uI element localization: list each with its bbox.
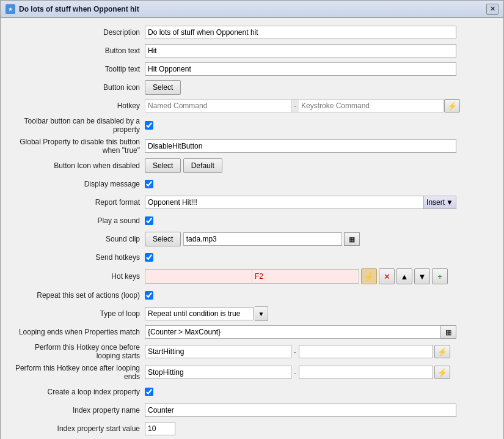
hot-keys-row: Hot keys ⚡ ✕ ▲ ▼ + [10, 268, 494, 284]
insert-button[interactable]: Insert ▼ [423, 196, 456, 209]
report-format-container: Insert ▼ [145, 196, 456, 209]
repeat-checkbox[interactable] [145, 291, 153, 300]
perform-before-container: - ⚡ [145, 345, 450, 358]
close-button[interactable]: ✕ [486, 4, 499, 15]
hotkey-add-button[interactable]: + [432, 268, 448, 284]
hotkey-left-input[interactable] [145, 270, 252, 283]
display-message-checkbox[interactable] [145, 180, 153, 188]
create-loop-index-label: Create a loop index property [10, 388, 145, 396]
perform-before-button[interactable]: ⚡ [434, 345, 450, 358]
perform-after-button[interactable]: ⚡ [434, 366, 450, 379]
description-input[interactable] [145, 26, 456, 39]
button-text-row: Button text [10, 43, 494, 58]
report-format-label: Report format [10, 198, 145, 207]
index-name-label: Index property name [10, 406, 145, 415]
hotkey-delete-button[interactable]: ✕ [379, 268, 395, 284]
sound-clip-row: Sound clip Select ▦ [10, 232, 494, 246]
toolbar-disable-checkbox[interactable] [145, 121, 153, 130]
play-sound-row: Play a sound [10, 213, 494, 228]
repeat-row: Repeat this set of actions (loop) [10, 288, 494, 303]
perform-after-right-input[interactable] [299, 366, 433, 379]
hot-keys-input-group [145, 269, 359, 284]
display-message-row: Display message [10, 177, 494, 191]
perform-before-left-input[interactable] [145, 345, 291, 358]
button-text-label: Button text [10, 46, 145, 55]
create-loop-index-checkbox[interactable] [145, 388, 153, 396]
tooltip-text-input[interactable] [145, 62, 456, 76]
hot-keys-label: Hot keys [10, 272, 145, 281]
hotkey-down-button[interactable]: ▼ [414, 268, 430, 284]
perform-before-row: Perform this Hotkey once before looping … [10, 343, 494, 360]
hotkey-row: Hotkey - ⚡ [10, 98, 494, 113]
display-message-label: Display message [10, 180, 145, 188]
looping-calc-button[interactable]: ▦ [440, 325, 456, 339]
global-property-input[interactable] [145, 139, 456, 153]
window-title: Do lots of stuff when Opponent hit [19, 5, 139, 13]
index-start-input[interactable] [145, 422, 175, 435]
button-text-input[interactable] [145, 44, 456, 57]
hotkey-up-button[interactable]: ▲ [396, 268, 412, 284]
perform-after-container: - ⚡ [145, 366, 450, 379]
sound-clip-select-button[interactable]: Select [145, 232, 181, 246]
keystroke-command-input[interactable] [299, 99, 444, 113]
play-sound-label: Play a sound [10, 216, 145, 225]
select-disabled-icon-button[interactable]: Select [145, 158, 181, 173]
looping-ends-container: ▦ [145, 325, 456, 339]
create-loop-index-row: Create a loop index property [10, 385, 494, 399]
hotkey-combined: - ⚡ [145, 99, 460, 113]
perform-after-label: Perform this Hotkey once after looping e… [10, 364, 145, 381]
loop-type-dropdown-arrow[interactable]: ▼ [255, 306, 268, 321]
hotkey-right-input[interactable] [252, 270, 359, 283]
description-label: Description [10, 28, 145, 37]
send-hotkeys-checkbox[interactable] [145, 253, 153, 262]
index-start-row: Index property start value [10, 421, 494, 436]
sound-clip-label: Sound clip [10, 235, 145, 243]
hotkey-action-button[interactable]: ⚡ [444, 99, 460, 113]
description-row: Description [10, 25, 494, 40]
perform-after-sep: - [291, 369, 299, 376]
loop-type-label: Type of loop [10, 309, 145, 318]
perform-before-label: Perform this Hotkey once before looping … [10, 343, 145, 360]
window-icon: ★ [5, 4, 15, 14]
title-bar: ★ Do lots of stuff when Opponent hit ✕ [1, 1, 503, 18]
insert-arrow: ▼ [446, 198, 453, 207]
content-area: Description Button text Tooltip text But… [1, 18, 503, 439]
report-format-input[interactable] [145, 196, 423, 209]
perform-before-sep: - [291, 348, 299, 355]
perform-after-left-input[interactable] [145, 366, 291, 379]
button-icon-disabled-row: Button Icon when disabled Select Default [10, 158, 494, 173]
loop-type-container: ▼ [145, 306, 268, 321]
default-button[interactable]: Default [183, 158, 222, 173]
looping-ends-input[interactable] [145, 325, 440, 339]
hotkey-record-button[interactable]: ⚡ [361, 268, 377, 284]
title-bar-left: ★ Do lots of stuff when Opponent hit [5, 4, 139, 14]
loop-type-input [145, 307, 254, 320]
select-icon-button[interactable]: Select [145, 80, 181, 95]
play-sound-checkbox[interactable] [145, 216, 153, 225]
perform-after-row: Perform this Hotkey once after looping e… [10, 364, 494, 381]
hot-keys-container: ⚡ ✕ ▲ ▼ + [145, 268, 448, 284]
index-name-input[interactable] [145, 404, 456, 417]
button-icon-row: Button icon Select [10, 80, 494, 95]
report-format-row: Report format Insert ▼ [10, 195, 494, 210]
button-icon-disabled-label: Button Icon when disabled [10, 161, 145, 170]
button-icon-label: Button icon [10, 83, 145, 92]
perform-before-right-input[interactable] [299, 345, 433, 358]
looping-ends-row: Looping ends when Properties match ▦ [10, 325, 494, 339]
insert-label: Insert [426, 198, 445, 207]
index-name-row: Index property name [10, 403, 494, 418]
sound-calc-button[interactable]: ▦ [344, 232, 360, 246]
index-start-label: Index property start value [10, 424, 145, 433]
tooltip-text-row: Tooltip text [10, 62, 494, 76]
send-hotkeys-label: Send hotkeys [10, 253, 145, 262]
sound-clip-input[interactable] [183, 232, 342, 246]
looping-ends-label: Looping ends when Properties match [10, 328, 145, 336]
named-command-input[interactable] [145, 99, 291, 113]
global-property-label: Global Property to disable this button w… [10, 138, 145, 155]
toolbar-disable-row: Toolbar button can be disabled by a prop… [10, 117, 494, 134]
hotkey-label: Hotkey [10, 101, 145, 110]
tooltip-text-label: Tooltip text [10, 65, 145, 73]
global-property-row: Global Property to disable this button w… [10, 138, 494, 155]
toolbar-disable-label: Toolbar button can be disabled by a prop… [10, 117, 145, 134]
loop-type-row: Type of loop ▼ [10, 306, 494, 321]
